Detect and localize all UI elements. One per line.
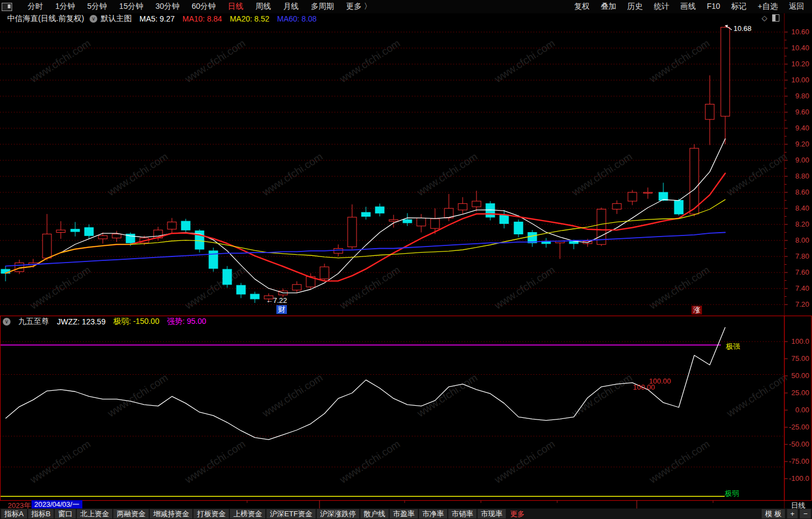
chart-annotation: 100.00 bbox=[633, 383, 655, 391]
tab-窗口[interactable]: 窗口 bbox=[55, 509, 76, 518]
diamond-icon[interactable]: ◇ bbox=[762, 14, 767, 22]
template-button[interactable]: 模 板 bbox=[762, 509, 785, 518]
indicator-weak-param: 极弱: -150.00 bbox=[113, 317, 159, 327]
candle bbox=[181, 221, 190, 230]
candle bbox=[514, 222, 523, 234]
ma-value-label: MA10: 8.84 bbox=[182, 14, 222, 23]
indicator-header: ∨ 九五至尊 JWZZ: 123.59 极弱: -150.00 强势: 95.0… bbox=[0, 316, 214, 327]
ma-values: MA5: 9.27MA10: 8.84MA20: 8.52MA60: 8.08 bbox=[132, 14, 317, 23]
tab-两融资金[interactable]: 两融资金 bbox=[113, 509, 149, 518]
stock-app-window: www.cfchi.comwww.cfchi.comwww.cfchi.comw… bbox=[0, 0, 812, 519]
menu-item-多周期[interactable]: 多周期 bbox=[311, 2, 334, 12]
menu-item-画线[interactable]: 画线 bbox=[680, 2, 696, 12]
menu-item-叠加[interactable]: 叠加 bbox=[601, 2, 616, 12]
candle bbox=[56, 230, 65, 232]
y-axis-label: 9.20 bbox=[785, 140, 809, 148]
y-axis-label: 50.00 bbox=[785, 371, 809, 380]
tab-市现率[interactable]: 市现率 bbox=[478, 509, 506, 518]
menu-item-5分钟[interactable]: 5分钟 bbox=[87, 2, 107, 12]
menu-item-周线[interactable]: 周线 bbox=[255, 2, 271, 12]
menu-item-月线[interactable]: 月线 bbox=[283, 2, 298, 12]
tab-指标B[interactable]: 指标B bbox=[28, 509, 54, 518]
candle bbox=[292, 285, 301, 290]
indicator-strong-param: 强势: 95.00 bbox=[167, 317, 206, 327]
watermark: www.cfchi.com bbox=[415, 150, 480, 198]
start-date-box[interactable]: 2023/04/03/一 bbox=[32, 500, 82, 508]
main-view-label[interactable]: 默认主图 bbox=[101, 14, 132, 24]
tab-增减持资金[interactable]: 增减持资金 bbox=[150, 509, 192, 518]
menu-item-+自选[interactable]: +自选 bbox=[758, 2, 778, 12]
watermark: www.cfchi.com bbox=[105, 150, 170, 198]
candle bbox=[389, 219, 398, 221]
tab-more[interactable]: 更多 bbox=[507, 509, 528, 518]
chart-titlebar: 中信海直(日线.前复权) ∨ 默认主图 MA5: 9.27MA10: 8.84M… bbox=[0, 13, 812, 24]
candle bbox=[375, 207, 384, 213]
watermark: www.cfchi.com bbox=[28, 264, 93, 312]
menu-item-30分钟[interactable]: 30分钟 bbox=[155, 2, 180, 12]
menu-item-60分钟[interactable]: 60分钟 bbox=[192, 2, 216, 12]
candle bbox=[43, 234, 51, 258]
watermark: www.cfchi.com bbox=[182, 37, 248, 85]
panel-layout-icon[interactable] bbox=[772, 14, 779, 22]
menu-item-历史[interactable]: 历史 bbox=[627, 2, 643, 12]
menu-item-1分钟[interactable]: 1分钟 bbox=[55, 2, 75, 12]
watermark: www.cfchi.com bbox=[647, 37, 712, 85]
top-menubar: 分时1分钟5分钟15分钟30分钟60分钟日线周线月线多周期更多 〉 复权叠加历史… bbox=[0, 0, 812, 13]
tab-打板资金[interactable]: 打板资金 bbox=[193, 509, 229, 518]
candle bbox=[721, 27, 730, 116]
tab-市净率[interactable]: 市净率 bbox=[419, 509, 447, 518]
y-axis-label: 10.00 bbox=[785, 76, 809, 84]
indicator-name[interactable]: 九五至尊 bbox=[18, 317, 49, 327]
watermark: www.cfchi.com bbox=[260, 150, 325, 198]
menu-item-返回[interactable]: 返回 bbox=[789, 2, 804, 12]
tab-市盈率[interactable]: 市盈率 bbox=[390, 509, 418, 518]
add-pane-button[interactable]: + bbox=[787, 509, 798, 518]
remove-pane-button[interactable]: − bbox=[800, 509, 811, 518]
y-axis-label: 8.60 bbox=[785, 188, 809, 196]
candle bbox=[71, 229, 80, 232]
menu-item-统计[interactable]: 统计 bbox=[654, 2, 669, 12]
menu-item-标记[interactable]: 标记 bbox=[731, 2, 747, 12]
menu-item-分时[interactable]: 分时 bbox=[28, 2, 43, 12]
tab-北上资金[interactable]: 北上资金 bbox=[77, 509, 112, 518]
candle bbox=[362, 212, 370, 216]
chart-annotation: 极强 bbox=[726, 342, 740, 350]
tab-上榜资金[interactable]: 上榜资金 bbox=[230, 509, 265, 518]
chevron-down-icon[interactable]: ∨ bbox=[3, 318, 11, 326]
chart-canvas[interactable]: www.cfchi.comwww.cfchi.comwww.cfchi.comw… bbox=[0, 0, 812, 519]
watermark: www.cfchi.com bbox=[415, 371, 480, 420]
menu-item-F10[interactable]: F10 bbox=[707, 2, 720, 12]
tab-散户线[interactable]: 散户线 bbox=[360, 509, 389, 518]
chart-annotation: 涨 bbox=[691, 306, 702, 314]
watermark: www.cfchi.com bbox=[105, 371, 170, 420]
menu-item-15分钟[interactable]: 15分钟 bbox=[119, 2, 144, 12]
menu-item-复权[interactable]: 复权 bbox=[574, 2, 590, 12]
candle bbox=[112, 234, 121, 238]
candle bbox=[690, 148, 699, 214]
watermark: www.cfchi.com bbox=[28, 438, 93, 486]
candle bbox=[85, 228, 93, 236]
chart-annotation: 财 bbox=[276, 305, 287, 314]
y-axis-label: 7.60 bbox=[785, 268, 809, 276]
tab-沪深涨跌停[interactable]: 沪深涨跌停 bbox=[317, 509, 359, 518]
tab-市销率[interactable]: 市销率 bbox=[448, 509, 476, 518]
watermark: www.cfchi.com bbox=[337, 438, 402, 486]
y-axis-label: -100.0 bbox=[785, 474, 809, 483]
candle bbox=[674, 201, 683, 214]
menu-item-日线[interactable]: 日线 bbox=[228, 2, 243, 12]
tools-menu: 复权叠加历史统计画线F10标记+自选返回 bbox=[574, 2, 804, 12]
menu-item-更多 〉[interactable]: 更多 〉 bbox=[346, 2, 371, 12]
y-axis-label: 25.00 bbox=[785, 389, 809, 397]
candle bbox=[237, 285, 245, 294]
chevron-down-icon[interactable]: ∨ bbox=[90, 15, 97, 23]
y-axis-label: 7.20 bbox=[785, 300, 809, 308]
app-icon[interactable] bbox=[2, 3, 12, 11]
watermark: www.cfchi.com bbox=[337, 264, 402, 312]
candle bbox=[659, 192, 668, 201]
symbol-title: 中信海直(日线.前复权) bbox=[7, 14, 84, 24]
tab-指标A[interactable]: 指标A bbox=[1, 509, 27, 518]
tab-沪深ETF资金[interactable]: 沪深ETF资金 bbox=[266, 509, 316, 518]
candle bbox=[431, 219, 439, 228]
chart-annotation: ←7.22 bbox=[266, 296, 287, 305]
candle bbox=[334, 249, 343, 254]
